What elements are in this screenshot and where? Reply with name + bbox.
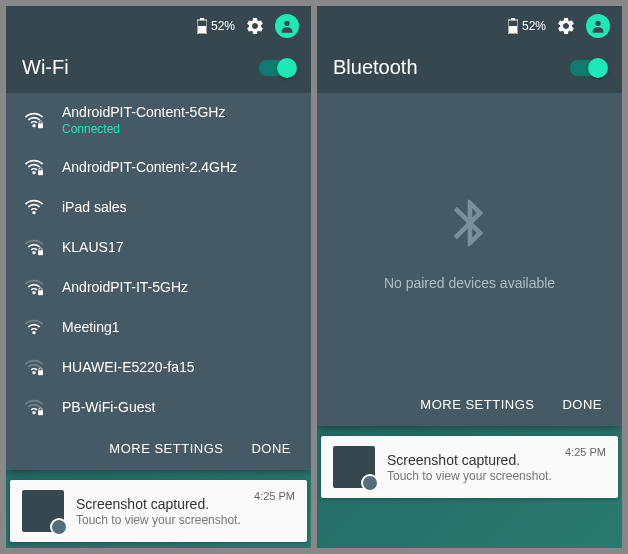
wifi-signal-icon	[24, 398, 44, 416]
bluetooth-icon	[442, 195, 498, 251]
phone-right-bluetooth: 52% Bluetooth No paired devices availabl…	[317, 6, 622, 548]
wifi-signal-icon	[24, 198, 44, 216]
wifi-network-row[interactable]: iPad sales	[6, 187, 311, 227]
wifi-network-list: AndroidPIT-Content-5GHz Connected Androi…	[6, 93, 311, 427]
bluetooth-toggle[interactable]	[570, 60, 606, 76]
wifi-network-row[interactable]: Meeting1	[6, 307, 311, 347]
wifi-signal-icon	[24, 358, 44, 376]
wifi-network-name: KLAUS17	[62, 239, 123, 255]
svg-rect-1	[200, 18, 204, 20]
status-bar: 52%	[317, 6, 622, 46]
svg-rect-2	[198, 26, 206, 33]
panel-footer: MORE SETTINGS DONE	[6, 427, 311, 470]
notification-time: 4:25 PM	[565, 446, 606, 458]
bluetooth-empty-text: No paired devices available	[384, 275, 555, 291]
wifi-signal-icon	[24, 238, 44, 256]
wifi-network-text: Meeting1	[62, 319, 120, 335]
svg-rect-7	[38, 290, 43, 295]
wifi-network-row[interactable]: AndroidPIT-IT-5GHz	[6, 267, 311, 307]
wifi-network-name: AndroidPIT-Content-5GHz	[62, 104, 225, 120]
panel-header: Wi-Fi	[6, 46, 311, 93]
wifi-network-name: Meeting1	[62, 319, 120, 335]
notification-subtitle: Touch to view your screenshot.	[387, 469, 553, 483]
bluetooth-content: No paired devices available MORE SETTING…	[317, 93, 622, 426]
wifi-signal-icon	[24, 158, 44, 176]
bluetooth-empty-state: No paired devices available	[317, 93, 622, 383]
battery-icon	[508, 18, 518, 34]
wifi-network-text: KLAUS17	[62, 239, 123, 255]
wifi-network-row[interactable]: KLAUS17	[6, 227, 311, 267]
notification-text: Screenshot captured. Touch to view your …	[387, 452, 553, 483]
svg-rect-4	[38, 123, 43, 128]
notification-title: Screenshot captured.	[387, 452, 553, 468]
svg-rect-5	[38, 170, 43, 175]
wifi-network-text: AndroidPIT-Content-5GHz Connected	[62, 104, 225, 136]
wifi-network-row[interactable]: PB-WiFi-Guest	[6, 387, 311, 427]
more-settings-button[interactable]: MORE SETTINGS	[420, 397, 534, 412]
user-avatar[interactable]	[275, 14, 299, 38]
battery-percent: 52%	[211, 19, 235, 33]
wifi-toggle[interactable]	[259, 60, 295, 76]
toggle-knob	[277, 58, 297, 78]
svg-point-13	[595, 21, 600, 26]
phone-left-wifi: 52% Wi-Fi AndroidPIT-Content-5GHz Connec…	[6, 6, 311, 548]
panel-title: Bluetooth	[333, 56, 418, 79]
user-avatar[interactable]	[586, 14, 610, 38]
svg-rect-11	[511, 18, 515, 20]
panel-title: Wi-Fi	[22, 56, 69, 79]
screenshot-thumb-icon	[333, 446, 375, 488]
wifi-network-row[interactable]: AndroidPIT-Content-5GHz Connected	[6, 93, 311, 147]
wifi-network-text: AndroidPIT-IT-5GHz	[62, 279, 188, 295]
notification-text: Screenshot captured. Touch to view your …	[76, 496, 242, 527]
svg-rect-6	[38, 250, 43, 255]
wifi-network-name: iPad sales	[62, 199, 127, 215]
gear-icon[interactable]	[245, 16, 265, 36]
wifi-network-name: PB-WiFi-Guest	[62, 399, 155, 415]
notification-time: 4:25 PM	[254, 490, 295, 502]
battery-icon	[197, 18, 207, 34]
battery-percent: 52%	[522, 19, 546, 33]
wifi-network-status: Connected	[62, 122, 225, 136]
wifi-network-text: AndroidPIT-Content-2.4GHz	[62, 159, 237, 175]
gear-icon[interactable]	[556, 16, 576, 36]
toggle-knob	[588, 58, 608, 78]
wifi-network-name: AndroidPIT-IT-5GHz	[62, 279, 188, 295]
wifi-network-text: iPad sales	[62, 199, 127, 215]
wifi-network-row[interactable]: AndroidPIT-Content-2.4GHz	[6, 147, 311, 187]
done-button[interactable]: DONE	[251, 441, 291, 456]
panel-footer: MORE SETTINGS DONE	[317, 383, 622, 426]
svg-rect-8	[38, 370, 43, 375]
quick-settings-panel: 52% Wi-Fi AndroidPIT-Content-5GHz Connec…	[6, 6, 311, 470]
svg-rect-12	[509, 26, 517, 33]
status-bar: 52%	[6, 6, 311, 46]
notification-card[interactable]: Screenshot captured. Touch to view your …	[10, 480, 307, 542]
notification-card[interactable]: Screenshot captured. Touch to view your …	[321, 436, 618, 498]
wifi-network-name: AndroidPIT-Content-2.4GHz	[62, 159, 237, 175]
quick-settings-panel: 52% Bluetooth No paired devices availabl…	[317, 6, 622, 426]
panel-header: Bluetooth	[317, 46, 622, 93]
done-button[interactable]: DONE	[562, 397, 602, 412]
notification-title: Screenshot captured.	[76, 496, 242, 512]
wifi-network-name: HUAWEI-E5220-fa15	[62, 359, 195, 375]
screenshot-thumb-icon	[22, 490, 64, 532]
svg-point-3	[284, 21, 289, 26]
notification-subtitle: Touch to view your screenshot.	[76, 513, 242, 527]
wifi-signal-icon	[24, 278, 44, 296]
wifi-signal-icon	[24, 111, 44, 129]
battery-indicator: 52%	[508, 18, 546, 34]
wifi-content: AndroidPIT-Content-5GHz Connected Androi…	[6, 93, 311, 470]
wifi-network-text: HUAWEI-E5220-fa15	[62, 359, 195, 375]
svg-rect-9	[38, 410, 43, 415]
wifi-network-text: PB-WiFi-Guest	[62, 399, 155, 415]
more-settings-button[interactable]: MORE SETTINGS	[109, 441, 223, 456]
wifi-network-row[interactable]: HUAWEI-E5220-fa15	[6, 347, 311, 387]
battery-indicator: 52%	[197, 18, 235, 34]
wifi-signal-icon	[24, 318, 44, 336]
